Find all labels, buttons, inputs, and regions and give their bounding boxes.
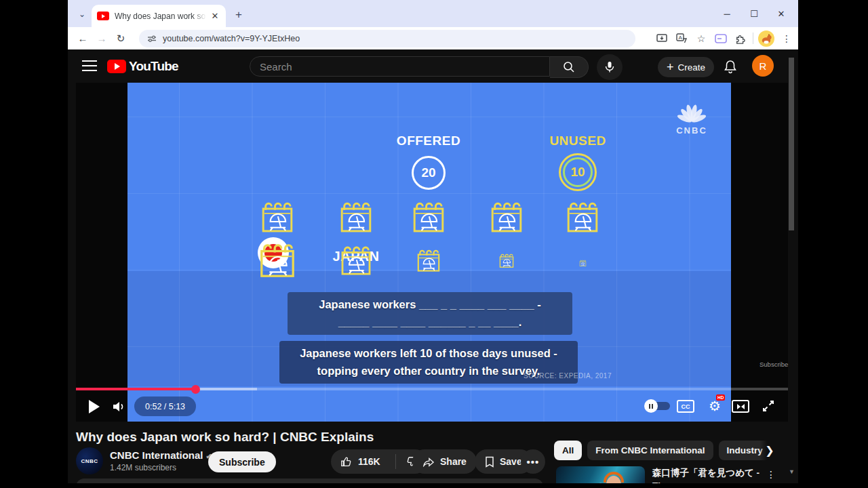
browser-window: ⌄ Why does Japan work so hard ✕ + ─ ☐ ✕ … [68, 0, 798, 483]
progress-played [76, 388, 195, 390]
miniplayer-button[interactable] [732, 400, 749, 413]
channel-avatar[interactable]: CNBC [76, 447, 103, 474]
youtube-wordmark: YouTube [129, 59, 178, 74]
caption-ghost-box: Japanese workers ___ _ _ ____ ___ ____ -… [288, 292, 572, 335]
related-video-title[interactable]: 森口博子「君を見つめて -The time I'm seeing you- / … [652, 466, 764, 483]
description-box[interactable] [76, 479, 543, 483]
volume-button[interactable] [108, 397, 129, 416]
speaker-icon [112, 401, 125, 413]
vacation-calendar-icon [258, 241, 297, 283]
autoplay-toggle[interactable] [644, 399, 673, 413]
browser-titlebar: ⌄ Why does Japan work so hard ✕ + ─ ☐ ✕ [68, 0, 798, 27]
svg-text:A: A [678, 35, 682, 41]
bookmark-star-icon[interactable]: ☆ [694, 31, 709, 46]
hd-badge: HD [716, 394, 725, 401]
thumbnail-light-beam [563, 483, 604, 483]
more-actions-button[interactable]: ••• [521, 449, 545, 474]
play-icon [89, 400, 100, 413]
minimize-button[interactable]: ─ [722, 9, 732, 19]
subtitles-button[interactable]: CC [677, 400, 694, 413]
microphone-icon [604, 61, 615, 73]
video-title: Why does Japan work so hard? | CNBC Expl… [76, 430, 551, 445]
fullscreen-icon [759, 396, 778, 415]
youtube-header: YouTube Search + Create R [68, 49, 798, 83]
account-avatar[interactable]: R [752, 55, 774, 77]
extensions-puzzle-icon[interactable] [733, 31, 748, 46]
voice-search-button[interactable] [597, 54, 623, 80]
subscribe-button[interactable]: Subscribe [208, 451, 276, 472]
search-icon [563, 61, 575, 73]
video-player[interactable]: JAPAN OFFERED 20 UNUSED 10 [76, 83, 788, 422]
related-video-thumbnail[interactable] [556, 466, 645, 483]
caption-line1: Japanese workers left 10 of those days u… [289, 345, 568, 363]
close-button[interactable]: ✕ [776, 9, 786, 19]
youtube-play-icon [107, 60, 126, 73]
play-button[interactable] [84, 397, 104, 416]
like-count: 116K [358, 456, 380, 467]
save-label: Save [500, 456, 522, 467]
caption-ghost-line2: _____ ____ ____ ______ _ __ ____. [297, 314, 563, 331]
vacation-calendar-icon [498, 253, 515, 272]
settings-button[interactable]: ⚙HD [705, 396, 724, 415]
wallet-icon[interactable] [713, 31, 728, 46]
maximize-button[interactable]: ☐ [749, 9, 759, 19]
like-button[interactable]: 116K [331, 449, 390, 474]
related-video-menu-icon[interactable]: ⋮ [766, 469, 776, 480]
screen: ⌄ Why does Japan work so hard ✕ + ─ ☐ ✕ … [0, 0, 868, 488]
thumbs-up-icon [340, 455, 353, 468]
chip-from-channel[interactable]: From CNBC International [587, 441, 713, 460]
subscriber-count: 1.42M subscribers [110, 463, 176, 472]
source-attribution: SOURCE: EXPEDIA, 2017 [476, 372, 612, 380]
youtube-favicon [97, 12, 109, 20]
site-settings-icon[interactable] [147, 35, 157, 43]
vacation-calendar-icon [260, 200, 295, 238]
address-bar[interactable]: youtube.com/watch?v=9Y-YJEtxHeo [139, 30, 635, 47]
arrow-right-icon [737, 404, 741, 409]
vacation-calendar-icon [411, 200, 446, 238]
chrome-menu-icon[interactable]: ⋮ [779, 31, 794, 46]
bookmark-icon [485, 456, 494, 468]
back-button[interactable]: ← [73, 33, 92, 44]
scrollbar-down-arrow[interactable]: ▼ [789, 468, 795, 475]
progress-bar[interactable] [76, 388, 788, 390]
install-app-icon[interactable] [654, 31, 669, 46]
create-button[interactable]: + Create [658, 57, 714, 77]
youtube-logo[interactable]: YouTube [107, 59, 178, 74]
window-controls: ─ ☐ ✕ [722, 0, 793, 27]
search-input[interactable]: Search [250, 56, 550, 77]
autoplay-knob-pause-icon [644, 399, 658, 413]
time-display: 0:52 / 5:13 [134, 396, 196, 416]
create-label: Create [678, 62, 706, 73]
translate-icon[interactable]: A [674, 31, 689, 46]
browser-tab[interactable]: Why does Japan work so hard ✕ [92, 5, 226, 27]
profile-avatar[interactable] [758, 30, 774, 47]
notifications-button[interactable] [722, 59, 738, 75]
search-button[interactable] [550, 56, 589, 78]
url-text: youtube.com/watch?v=9Y-YJEtxHeo [163, 34, 300, 43]
tab-search-button[interactable]: ⌄ [73, 6, 91, 22]
chips-next-chevron-icon[interactable]: ❯ [760, 441, 780, 460]
share-icon [422, 456, 435, 467]
player-controls: 0:52 / 5:13 CC ⚙HD [76, 392, 788, 422]
fullscreen-button[interactable] [759, 396, 778, 415]
video-frame[interactable]: JAPAN OFFERED 20 UNUSED 10 [127, 83, 731, 422]
tab-title: Why does Japan work so hard [115, 12, 206, 21]
filter-chips: All From CNBC International Industry Pre [554, 441, 778, 460]
menu-icon[interactable] [82, 60, 97, 71]
tab-close-icon[interactable]: ✕ [210, 11, 220, 21]
share-button[interactable]: Share [412, 449, 477, 474]
forward-button[interactable]: → [92, 33, 111, 44]
toolbar-actions: A ☆ ⋮ [654, 27, 794, 49]
scrollbar-thumb[interactable] [789, 58, 794, 230]
bell-icon [724, 60, 737, 75]
new-tab-button[interactable]: + [231, 7, 247, 23]
page-scrollbar[interactable] [788, 49, 795, 483]
browser-toolbar: ← → ↻ youtube.com/watch?v=9Y-YJEtxHeo A [68, 27, 798, 49]
reload-button[interactable]: ↻ [111, 33, 130, 45]
chip-all[interactable]: All [554, 441, 582, 460]
vacation-calendar-icon [565, 200, 600, 238]
arrow-left-icon [741, 404, 745, 409]
channel-name[interactable]: CNBC International✔ [110, 449, 212, 461]
channel-watermark-subscribe[interactable]: Subscribe [760, 361, 788, 368]
plus-icon: + [667, 60, 674, 75]
